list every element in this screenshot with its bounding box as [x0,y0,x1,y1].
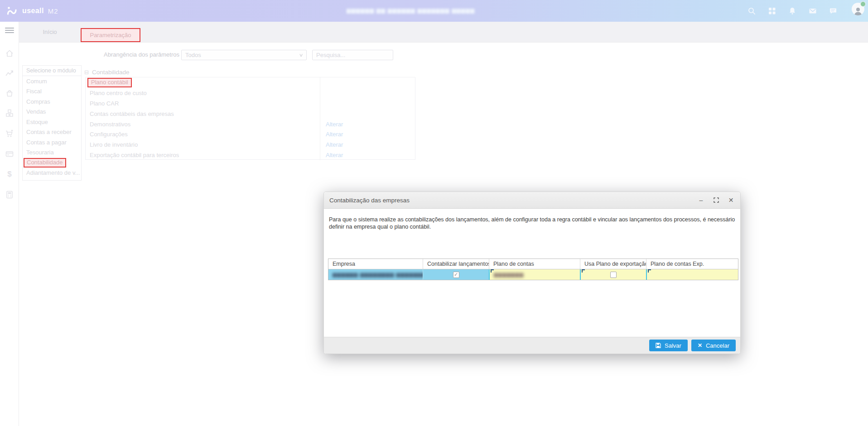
cancel-button-label: Cancelar [706,342,729,349]
column-header-plano-contas[interactable]: Plano de contas [489,259,580,269]
modal-title: Contabilização das empresas [329,197,410,204]
parameter-group-header: ⊟ Contabilidade [84,69,130,76]
column-header-plano-contas-exp[interactable]: Plano de contas Exp. [646,259,738,269]
param-item-plano-contabil[interactable]: Plano contábil [86,77,320,88]
highlight-box: Contabilidade [24,158,66,168]
module-item-estoque[interactable]: Estoque [23,117,81,127]
cart-icon[interactable] [5,129,14,138]
save-button-label: Salvar [665,342,681,349]
tab-inicio[interactable]: Início [28,22,72,43]
top-bar: useall M2 ▆▆▆▆▆▆ ▆▆ ▆▆▆▆▆▆ ▆▆▆▆▆▆▆ ▆▆▆▆▆ [0,0,868,22]
module-item-vendas[interactable]: Vendas [23,107,81,117]
parameter-panel: Plano contábil Plano centro de custo Pla… [85,77,415,160]
param-item-plano-centro-custo[interactable]: Plano centro de custo [86,88,320,98]
maximize-icon[interactable] [712,196,720,204]
brand-name: useall [22,7,44,15]
useall-wave-icon [6,5,18,17]
module-item-contabilidade[interactable]: Contabilidade [23,158,81,168]
payment-card-icon[interactable] [5,149,14,158]
editable-corner-mark [491,269,494,273]
column-header-usa-plano-exportacao[interactable]: Usa Plano de exportação [580,259,646,269]
alterar-link-demonstrativos[interactable]: Alterar [326,121,343,128]
app-window: useall M2 ▆▆▆▆▆▆ ▆▆ ▆▆▆▆▆▆ ▆▆▆▆▆▆▆ ▆▆▆▆▆ [0,0,868,426]
param-item-plano-car[interactable]: Plano CAR [86,98,320,109]
scope-label: Abrangência dos parâmetros [89,51,179,58]
contabilizar-checkbox[interactable]: ✓ [453,272,459,278]
module-item-comum[interactable]: Comum [23,76,81,86]
parameter-group-title: Contabilidade [92,69,130,76]
cell-empresa[interactable]: ▆▆▆▆▆▆ ▆▆▆▆▆▆▆▆ ▆▆▆▆▆▆▆ [328,269,423,280]
tab-parametrizacao[interactable]: Parametrização [81,28,140,42]
context-redacted-text: ▆▆▆▆▆▆ ▆▆ ▆▆▆▆▆▆ ▆▆▆▆▆▆▆ ▆▆▆▆▆ [347,7,475,14]
module-item-fiscal[interactable]: Fiscal [23,86,81,97]
left-sidebar: $ [0,22,19,426]
usa-plano-checkbox[interactable] [610,272,617,278]
param-item-exportacao-contabil[interactable]: Exportação contábil para terceiros [86,150,320,160]
scope-select[interactable]: Todos ∨ [181,50,307,60]
search-input[interactable]: Pesquisa... [312,50,393,60]
apps-grid-icon[interactable] [768,7,776,15]
module-item-compras[interactable]: Compras [23,96,81,107]
module-item-adiantamento[interactable]: Adiantamento de v... [23,168,81,178]
param-item-livro-inventario[interactable]: Livro de inventário [86,139,320,150]
dollar-icon[interactable]: $ [5,170,14,179]
modal-title-bar[interactable]: Contabilização das empresas – ✕ [324,192,740,209]
close-icon[interactable]: ✕ [727,196,735,204]
param-item-contas-contabeis[interactable]: Contas contábeis das empresas [86,109,320,119]
modal-body: Para que o sistema realize as contabiliz… [324,209,740,338]
cell-usa-plano-exportacao [580,269,646,280]
window-controls: – ✕ [697,196,735,204]
parameter-action-column: Alterar Alterar Alterar Alterar [320,77,415,160]
plano-redacted-text: ▆▆▆▆▆▆▆ [494,272,524,278]
alterar-link-configuracoes[interactable]: Alterar [326,131,343,138]
cell-plano-contas[interactable]: ▆▆▆▆▆▆▆ [489,269,580,280]
alterar-link-exportacao[interactable]: Alterar [326,152,343,158]
home-icon[interactable] [5,49,14,58]
tab-bar: Início Parametrização [19,22,868,43]
empresas-table: Empresa Contabilizar lançamentos Plano d… [328,258,738,280]
modal-footer: Salvar ✕ Cancelar [324,337,740,354]
save-button[interactable]: Salvar [649,340,688,351]
highlight-box: Plano contábil [87,78,132,87]
module-list-header: Selecione o módulo [23,66,81,76]
alterar-link-livro-inventario[interactable]: Alterar [326,141,343,148]
chevron-down-icon: ∨ [299,53,303,57]
scope-select-value: Todos [185,52,201,58]
minimize-icon[interactable]: – [697,196,705,204]
calculator-icon[interactable] [5,190,14,199]
collapse-icon[interactable]: ⊟ [84,69,89,76]
chat-icon[interactable] [829,7,837,15]
module-item-contas-a-pagar[interactable]: Contas a pagar [23,137,81,148]
cancel-x-icon: ✕ [698,342,702,349]
modal-description: Para que o sistema realize as contabiliz… [329,216,738,230]
cell-contabilizar: ✓ [423,269,489,280]
notifications-bell-icon[interactable] [788,7,796,15]
module-list: Selecione o módulo Comum Fiscal Compras … [22,65,82,181]
cancel-button[interactable]: ✕ Cancelar [691,340,736,351]
empresa-redacted-text: ▆▆▆▆▆▆ ▆▆▆▆▆▆▆▆ ▆▆▆▆▆▆▆ [333,272,423,278]
column-header-contabilizar[interactable]: Contabilizar lançamentos [423,259,489,269]
analytics-chart-icon[interactable] [5,69,14,78]
person-icon [853,6,863,15]
status-badge [860,1,866,7]
menu-hamburger-icon[interactable] [5,28,14,35]
parameter-name-column: Plano contábil Plano centro de custo Pla… [86,77,320,160]
search-placeholder: Pesquisa... [316,52,345,58]
basket-icon[interactable] [5,89,14,98]
table-row: ▆▆▆▆▆▆ ▆▆▆▆▆▆▆▆ ▆▆▆▆▆▆▆ ✓ ▆▆▆▆▆▆▆ [328,269,738,280]
mail-icon[interactable] [809,7,817,15]
search-icon[interactable] [747,7,756,15]
param-item-configuracoes[interactable]: Configurações [86,129,320,139]
save-disk-icon [656,343,661,348]
module-item-tesouraria[interactable]: Tesouraria [23,148,81,158]
module-item-contas-a-receber[interactable]: Contas a receber [23,127,81,138]
editable-corner-mark [582,269,585,273]
column-header-empresa[interactable]: Empresa [328,259,423,269]
editable-corner-mark [648,269,651,273]
cell-plano-contas-exp[interactable] [646,269,738,280]
brand-product: M2 [48,7,58,15]
cubes-icon[interactable] [5,109,14,118]
brand-logo: useall M2 [6,0,58,22]
table-header-row: Empresa Contabilizar lançamentos Plano d… [328,259,738,269]
param-item-demonstrativos[interactable]: Demonstrativos [86,119,320,129]
